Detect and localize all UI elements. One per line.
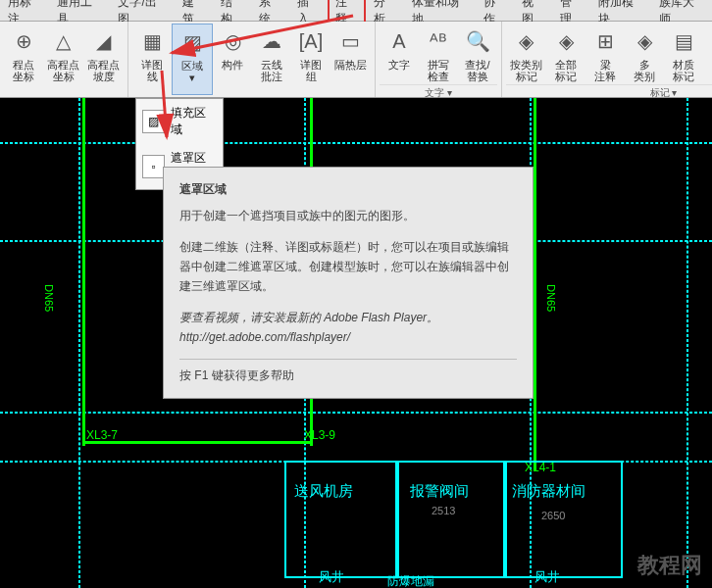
- btn-elev-coord[interactable]: △高程点 坐标: [43, 24, 83, 95]
- tagcat-icon: ◈: [511, 25, 542, 57]
- arrow-annotation-1: [162, 14, 358, 112]
- btn-multi[interactable]: ◈多 类别: [625, 24, 664, 84]
- btn-text[interactable]: A文字: [380, 24, 419, 84]
- xl37: XL3-7: [86, 428, 118, 442]
- text-icon: A: [383, 25, 415, 57]
- multi-icon: ◈: [629, 25, 660, 57]
- watermark: 教程网: [637, 551, 702, 580]
- spell-icon: ᴬᴮ: [423, 25, 454, 57]
- slope-icon: ◢: [88, 25, 120, 57]
- svg-line-3: [162, 71, 167, 137]
- help-tooltip: 遮罩区域 用于创建一个遮挡项目或族中的图元的图形。 创建二维族（注释、详图或标题…: [163, 167, 534, 399]
- fj1: 风井: [319, 568, 344, 586]
- btn-tag-all[interactable]: ◈全部 标记: [546, 24, 585, 84]
- mask-region-icon: ▫: [142, 155, 165, 178]
- tooltip-title: 遮罩区域: [179, 181, 517, 198]
- tagall-icon: ◈: [550, 25, 582, 57]
- tooltip-help: 按 F1 键获得更多帮助: [179, 359, 517, 384]
- xl39: XL3-9: [304, 428, 335, 442]
- btn-material[interactable]: ▤材质 标记: [664, 24, 703, 84]
- spot-icon: ⊕: [8, 25, 39, 57]
- arrow-annotation-2: [152, 69, 191, 147]
- btn-spot-elev[interactable]: ⊕程点 坐标: [4, 24, 43, 95]
- dn65-left: DN65: [43, 284, 55, 312]
- area-icon: ▢: [707, 25, 712, 57]
- btn-beam[interactable]: ⊞梁 注释: [585, 24, 625, 84]
- svg-line-1: [172, 16, 353, 53]
- find-icon: 🔍: [462, 25, 493, 57]
- room2: 报警阀间: [410, 482, 469, 501]
- btn-spell[interactable]: ᴬᴮ拼写 检查: [419, 24, 458, 84]
- btn-find[interactable]: 🔍查找/ 替换: [458, 24, 497, 84]
- dim2: 2650: [541, 510, 565, 521]
- coord-icon: △: [48, 25, 79, 57]
- btn-elev-slope[interactable]: ◢高程点 坡度: [83, 24, 124, 95]
- dn65-right: DN65: [545, 284, 557, 312]
- dim1: 2513: [432, 505, 455, 516]
- material-icon: ▤: [668, 25, 699, 57]
- tooltip-desc: 用于创建一个遮挡项目或族中的图元的图形。: [179, 206, 517, 225]
- fb: 防爆地漏: [387, 573, 434, 588]
- room3: 消防器材间: [512, 482, 585, 501]
- fj2: 风井: [534, 568, 560, 586]
- tooltip-body: 创建二维族（注释、详图或标题栏）时，您可以在项目或族编辑器中创建二维遮罩区域。创…: [179, 237, 517, 296]
- room1: 送风机房: [294, 482, 353, 501]
- tooltip-flash: 要查看视频，请安装最新的 Adobe Flash Player。 http://…: [179, 308, 517, 347]
- beam-icon: ⊞: [589, 25, 621, 57]
- btn-tag-cat[interactable]: ◈按类别 标记: [506, 24, 546, 84]
- btn-area[interactable]: ▢面积 标记: [703, 24, 712, 84]
